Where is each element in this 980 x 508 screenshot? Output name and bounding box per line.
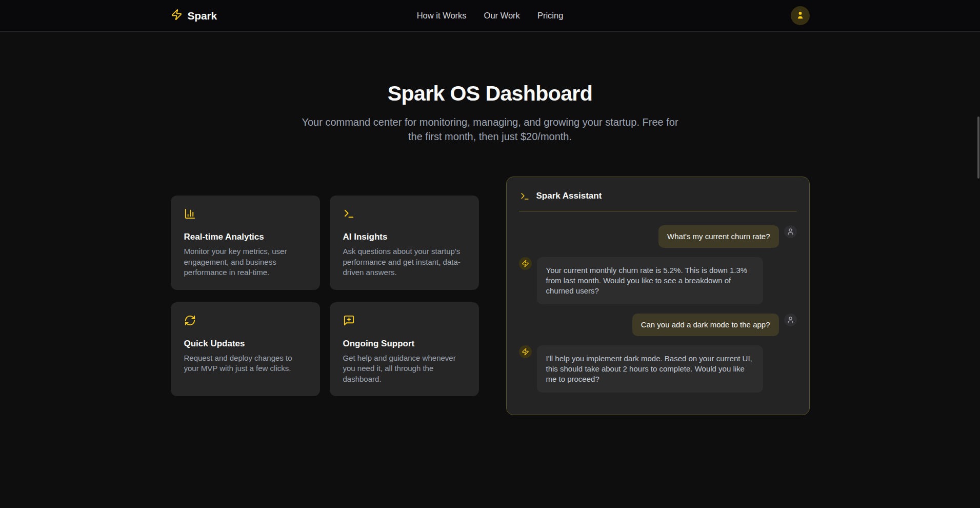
user-icon: [795, 10, 805, 22]
nav-link-our-work[interactable]: Our Work: [484, 11, 520, 21]
refresh-icon: [184, 315, 307, 326]
feature-description: Monitor your key metrics, user engagemen…: [184, 246, 307, 278]
chat-message-assistant: I'll help you implement dark mode. Based…: [519, 345, 797, 393]
chart-column-icon: [184, 208, 307, 220]
feature-title: Real-time Analytics: [184, 232, 307, 242]
hero-subtitle: Your command center for monitoring, mana…: [298, 115, 682, 144]
terminal-icon: [520, 191, 530, 201]
message-square-plus-icon: [343, 315, 466, 326]
features-grid: Real-time Analytics Monitor your key met…: [171, 196, 479, 396]
brand-logo[interactable]: Spark: [171, 9, 217, 23]
feature-card-ongoing-support: Ongoing Support Get help and guidance wh…: [330, 302, 479, 397]
chat-messages: What's my current churn rate? Your curre…: [519, 225, 797, 393]
feature-description: Get help and guidance whenever you need …: [343, 353, 466, 385]
user-icon: [787, 316, 794, 324]
zap-icon: [522, 348, 529, 356]
chat-header: Spark Assistant: [519, 189, 797, 201]
navbar-right: [563, 6, 809, 25]
user-avatar-button[interactable]: [791, 6, 810, 25]
feature-description: Ask questions about your startup's perfo…: [343, 246, 466, 278]
feature-card-quick-updates: Quick Updates Request and deploy changes…: [171, 302, 320, 397]
navbar-inner: Spark How it Works Our Work Pricing: [171, 0, 810, 31]
zap-icon: [522, 260, 529, 267]
navbar-left: Spark: [171, 9, 417, 23]
content-row: Real-time Analytics Monitor your key met…: [171, 177, 810, 415]
page-scrollbar-thumb[interactable]: [977, 116, 979, 179]
nav-link-pricing[interactable]: Pricing: [537, 11, 563, 21]
assistant-message-avatar: [519, 257, 532, 270]
chat-message-user: Can you add a dark mode to the app?: [519, 314, 797, 336]
assistant-message-avatar: [519, 345, 532, 358]
feature-title: Ongoing Support: [343, 339, 466, 349]
terminal-icon: [343, 208, 466, 220]
chat-title: Spark Assistant: [536, 191, 602, 201]
assistant-message-bubble: Your current monthly churn rate is 5.2%.…: [537, 257, 763, 304]
spark-assistant-panel: Spark Assistant What's my current churn …: [506, 177, 810, 415]
user-message-bubble: Can you add a dark mode to the app?: [632, 314, 779, 336]
assistant-message-bubble: I'll help you implement dark mode. Based…: [537, 345, 763, 393]
nav-links: How it Works Our Work Pricing: [417, 11, 564, 21]
chat-header-divider: [519, 211, 797, 211]
brand-name: Spark: [188, 10, 217, 22]
nav-link-how-it-works[interactable]: How it Works: [417, 11, 467, 21]
user-message-avatar: [784, 225, 797, 238]
zap-icon: [171, 9, 183, 23]
feature-title: Quick Updates: [184, 339, 307, 349]
user-message-bubble: What's my current churn rate?: [658, 225, 778, 248]
user-message-avatar: [784, 314, 797, 326]
feature-card-realtime-analytics: Real-time Analytics Monitor your key met…: [171, 196, 320, 290]
chat-message-assistant: Your current monthly churn rate is 5.2%.…: [519, 257, 797, 304]
page-title: Spark OS Dashboard: [0, 82, 980, 106]
chat-message-user: What's my current churn rate?: [519, 225, 797, 248]
feature-description: Request and deploy changes to your MVP w…: [184, 353, 307, 374]
navbar: Spark How it Works Our Work Pricing: [0, 0, 980, 32]
user-icon: [787, 228, 794, 236]
feature-title: AI Insights: [343, 232, 466, 242]
hero-section: Spark OS Dashboard Your command center f…: [0, 32, 980, 144]
feature-card-ai-insights: AI Insights Ask questions about your sta…: [330, 196, 479, 290]
